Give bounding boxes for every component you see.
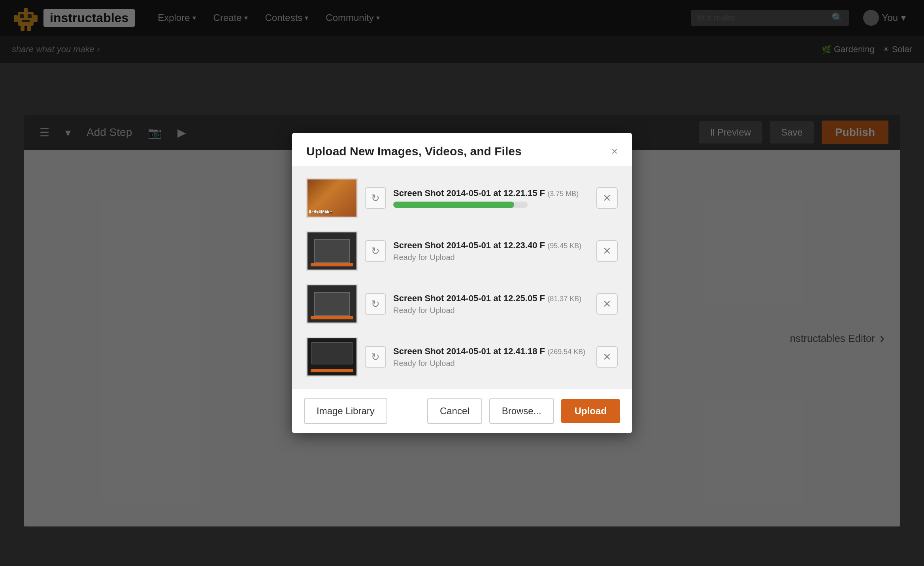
file-item: ↻ Screen Shot 2014-05-01 at 12.41.18 F (…: [302, 333, 622, 381]
file-refresh-button[interactable]: ↻: [365, 293, 386, 315]
file-status: Ready for Upload: [393, 359, 589, 368]
file-thumbnail: [306, 337, 358, 377]
modal-overlay[interactable]: Upload New Images, Videos, and Files × L…: [0, 0, 924, 566]
file-remove-button[interactable]: ✕: [596, 240, 618, 262]
file-refresh-button[interactable]: ↻: [365, 187, 386, 209]
file-item: ↻ Screen Shot 2014-05-01 at 12.23.40 F (…: [302, 227, 622, 275]
browse-button[interactable]: Browse...: [489, 398, 554, 424]
file-refresh-button[interactable]: ↻: [365, 346, 386, 368]
file-size: (3.75 MB): [547, 190, 579, 198]
modal-title: Upload New Images, Videos, and Files: [306, 145, 522, 158]
file-thumbnail: [306, 231, 358, 271]
modal-close-button[interactable]: ×: [611, 146, 618, 157]
upload-modal: Upload New Images, Videos, and Files × L…: [292, 133, 632, 433]
file-name: Screen Shot 2014-05-01 at 12.21.15 F (3.…: [393, 188, 589, 198]
file-remove-button[interactable]: ✕: [596, 346, 618, 368]
file-info: Screen Shot 2014-05-01 at 12.25.05 F (81…: [393, 293, 589, 315]
file-item: ↻ Screen Shot 2014-05-01 at 12.25.05 F (…: [302, 280, 622, 328]
file-thumbnail: Let's Make: [306, 178, 358, 218]
modal-header: Upload New Images, Videos, and Files ×: [292, 133, 632, 166]
modal-body: Let's Make ↻ Screen Shot 2014-05-01 at 1…: [292, 166, 632, 389]
file-size: (95.45 KB): [547, 242, 581, 250]
progress-fill: [393, 202, 514, 208]
file-name: Screen Shot 2014-05-01 at 12.23.40 F (95…: [393, 240, 589, 251]
file-info: Screen Shot 2014-05-01 at 12.23.40 F (95…: [393, 240, 589, 262]
image-library-button[interactable]: Image Library: [304, 398, 387, 424]
file-size: (269.54 KB): [547, 348, 585, 356]
cancel-button[interactable]: Cancel: [427, 398, 482, 424]
upload-button[interactable]: Upload: [561, 399, 620, 423]
file-info: Screen Shot 2014-05-01 at 12.41.18 F (26…: [393, 346, 589, 368]
file-name: Screen Shot 2014-05-01 at 12.41.18 F (26…: [393, 346, 589, 357]
file-status: Ready for Upload: [393, 306, 589, 315]
progress-bar: [393, 202, 528, 208]
modal-footer: Image Library Cancel Browse... Upload: [292, 389, 632, 433]
file-item: Let's Make ↻ Screen Shot 2014-05-01 at 1…: [302, 174, 622, 222]
file-remove-button[interactable]: ✕: [596, 187, 618, 209]
file-name: Screen Shot 2014-05-01 at 12.25.05 F (81…: [393, 293, 589, 304]
file-refresh-button[interactable]: ↻: [365, 240, 386, 262]
file-size: (81.37 KB): [547, 295, 581, 303]
file-info: Screen Shot 2014-05-01 at 12.21.15 F (3.…: [393, 188, 589, 208]
file-thumbnail: [306, 284, 358, 324]
file-remove-button[interactable]: ✕: [596, 293, 618, 315]
file-status: Ready for Upload: [393, 253, 589, 262]
